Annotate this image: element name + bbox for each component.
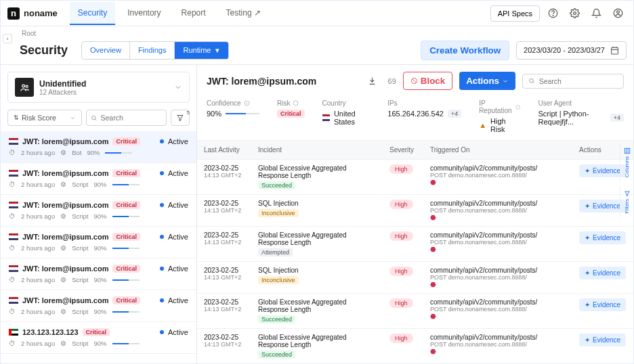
flag-icon [322, 114, 330, 121]
evidence-button[interactable]: ✦Evidence [579, 298, 626, 311]
attacker-score: 90% [93, 276, 106, 283]
attacker-item[interactable]: 123.123.123.123 Critical Active ⏱2 hours… [1, 322, 196, 354]
api-specs-button[interactable]: API Specs [490, 5, 540, 22]
help-icon[interactable] [544, 5, 562, 22]
risk-label: Risk [277, 99, 290, 107]
info-icon[interactable] [293, 100, 299, 106]
attacker-item[interactable]: JWT: lorem@ipsum.com Critical Active ⏱2 … [1, 163, 196, 195]
attacker-search[interactable] [86, 110, 167, 126]
external-icon: ↗ [252, 8, 261, 18]
evidence-button[interactable]: ✦Evidence [579, 267, 626, 279]
columns-tab[interactable]: Columns [620, 143, 633, 182]
info-icon[interactable] [515, 104, 520, 110]
clock-icon: ⏱ [9, 212, 16, 220]
attacker-time: 2 hours ago [21, 340, 55, 347]
nav-tab-inventory[interactable]: Inventory [119, 2, 169, 25]
nav-tab-testing[interactable]: Testing ↗ [218, 2, 269, 25]
api-sub: POST demo.nonamesec.com.8888/ [430, 207, 566, 214]
table-row[interactable]: 2023-02-2514:13 GMT+2 Global Excessive A… [197, 329, 633, 364]
table-row[interactable]: 2023-02-2514:13 GMT+2 Global Excessive A… [197, 294, 633, 329]
info-icon[interactable] [244, 100, 250, 106]
detail-title: JWT: lorem@ipsum.com [207, 76, 316, 87]
filter-button[interactable]: 5 [171, 110, 190, 126]
evidence-button[interactable]: ✦Evidence [579, 200, 626, 212]
svg-rect-5 [612, 47, 618, 54]
ua-more[interactable]: +4 [610, 114, 624, 122]
clock-icon: ⏱ [9, 276, 16, 283]
evidence-icon: ✦ [585, 167, 590, 175]
subtab-findings[interactable]: Findings [130, 42, 175, 59]
activity-time: 14:13 GMT+2 [204, 172, 245, 179]
breadcrumb[interactable]: Root [22, 30, 36, 37]
attacker-item[interactable]: JWT: lorem@ipsum.com Critical Active ⏱2 … [1, 195, 196, 227]
filters-tab[interactable]: Filters [620, 186, 633, 218]
column-header[interactable]: Last Activity [197, 141, 251, 160]
detail-search[interactable] [522, 74, 624, 89]
sort-select[interactable]: ⇅ Risk Score [7, 110, 82, 126]
ips-more[interactable]: +4 [448, 110, 461, 118]
bell-icon[interactable] [587, 5, 605, 22]
attacker-item[interactable]: JWT: lorem@ipsum.com Critical Active ⏱2 … [1, 258, 196, 290]
status-dot [160, 267, 164, 271]
attacker-title: JWT: lorem@ipsum.com [22, 201, 108, 209]
activity-date: 2023-02-25 [204, 164, 245, 172]
subtab-overview[interactable]: Overview [82, 42, 130, 59]
nav-tab-security[interactable]: Security [70, 2, 115, 25]
svg-rect-14 [625, 148, 630, 154]
column-header[interactable]: Incident [251, 141, 383, 160]
attacker-title: JWT: lorem@ipsum.com [22, 169, 108, 177]
incident-status: Succeeded [258, 181, 295, 189]
severity-badge: Critical [112, 265, 140, 273]
evidence-icon: ✦ [585, 234, 590, 242]
brand[interactable]: n noname [7, 7, 58, 20]
status-text: Active [168, 328, 188, 336]
evidence-button[interactable]: ✦Evidence [579, 164, 626, 177]
score-bar [112, 248, 140, 249]
evidence-button[interactable]: ✦Evidence [579, 334, 626, 346]
detail-header: JWT: lorem@ipsum.com 69 Block Actions [197, 65, 633, 97]
table-row[interactable]: 2023-02-2514:13 GMT+2 Global Excessive A… [197, 160, 633, 195]
expand-sidebar-icon[interactable]: › [3, 34, 12, 43]
date-range-picker[interactable]: 2023/03/20 - 2023/03/27 [516, 41, 627, 60]
activity-date: 2023-02-25 [204, 231, 245, 239]
alert-icon: ⬣ [430, 246, 436, 253]
attacker-item[interactable]: JWT: lorem@ipsum.com Critical Active ⏱2 … [1, 131, 196, 163]
summary-row: Confidence 90% Risk Critical Country Uni… [197, 97, 633, 141]
type-icon: ⚙ [60, 340, 66, 347]
gear-icon[interactable] [566, 5, 583, 22]
attacker-score: 90% [93, 244, 106, 252]
nav-tab-report[interactable]: Report [173, 2, 214, 25]
evidence-button[interactable]: ✦Evidence [579, 231, 626, 244]
download-icon[interactable] [364, 72, 381, 90]
attacker-type: Bot [72, 149, 81, 156]
brand-logo: n [7, 7, 20, 20]
attacker-score: 90% [87, 149, 100, 156]
type-icon: ⚙ [60, 308, 66, 315]
score-bar [112, 216, 140, 217]
detail-search-input[interactable] [539, 77, 618, 85]
subtab-runtime[interactable]: Runtime ▾ [175, 42, 228, 59]
table-row[interactable]: 2023-02-2514:13 GMT+2 Global Excessive A… [197, 227, 633, 262]
status-dot [160, 171, 164, 175]
svg-point-6 [22, 85, 24, 87]
table-row[interactable]: 2023-02-2514:13 GMT+2 SQL InjectionIncon… [197, 262, 633, 294]
attacker-score: 90% [93, 212, 106, 220]
type-icon: ⚙ [60, 212, 66, 220]
clock-icon: ⏱ [9, 244, 16, 252]
attacker-group-select[interactable]: Unidentified 12 Attackers [7, 72, 190, 103]
attacker-item[interactable]: JWT: lorem@ipsum.com Critical Active ⏱2 … [1, 290, 196, 322]
activity-date: 2023-02-25 [204, 298, 245, 306]
column-header[interactable]: Severity [383, 141, 423, 160]
flag-icon [9, 233, 18, 240]
attacker-search-input[interactable] [100, 114, 162, 122]
actions-button[interactable]: Actions [459, 72, 515, 90]
risk-value: Critical [277, 110, 305, 118]
create-workflow-button[interactable]: Create Workflow [421, 41, 509, 60]
user-icon[interactable] [609, 5, 627, 22]
attacker-time: 2 hours ago [21, 308, 55, 315]
column-header[interactable]: Triggered On [423, 141, 572, 160]
attacker-item[interactable]: JWT: lorem@ipsum.com Critical Active ⏱2 … [1, 227, 196, 258]
svg-point-2 [573, 12, 576, 15]
table-row[interactable]: 2023-02-2514:13 GMT+2 SQL InjectionIncon… [197, 195, 633, 227]
block-button[interactable]: Block [403, 72, 452, 90]
